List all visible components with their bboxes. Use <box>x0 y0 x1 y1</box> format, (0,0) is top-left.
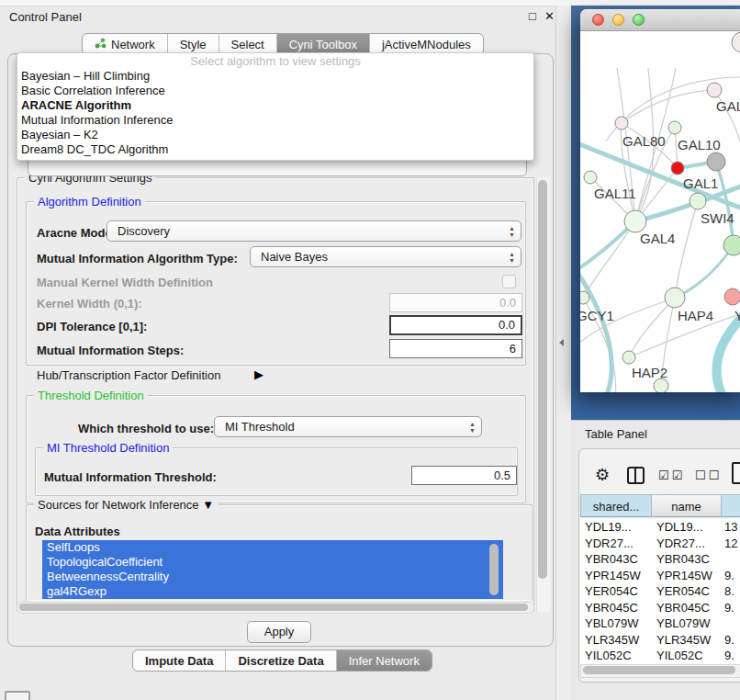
table-row[interactable]: YBR043CYBR043C <box>580 551 740 568</box>
node-swi4[interactable] <box>723 235 740 255</box>
checked-columns-icon[interactable]: ☑☑ <box>658 469 685 482</box>
attribute-item[interactable]: gal4RGexp <box>42 584 503 599</box>
splitter-collapse-icon[interactable] <box>559 339 564 346</box>
table-cell[interactable]: 8. <box>722 583 740 600</box>
table-cell[interactable]: YPR145W <box>652 568 722 584</box>
table-cell[interactable]: YER054C <box>652 583 722 600</box>
which-threshold-combo[interactable]: MI Threshold ▲▼ <box>214 416 482 437</box>
table-cell[interactable] <box>722 551 740 568</box>
tab-impute-data[interactable]: Impute Data <box>133 650 225 671</box>
table-row[interactable]: YER054CYER054C8. <box>580 583 740 600</box>
horizontal-scrollbar-thumb[interactable] <box>19 604 528 611</box>
table-row[interactable]: YDR27...YDR27...12 <box>580 536 740 552</box>
tab-style[interactable]: Style <box>167 34 219 54</box>
document-icon[interactable] <box>732 462 740 484</box>
node-hap2[interactable] <box>622 351 635 364</box>
minimized-panel-icon[interactable] <box>5 691 30 700</box>
algorithm-item[interactable]: Bayesian – Hill Climbing <box>17 69 533 84</box>
column-header-shared-name[interactable]: shared... <box>580 494 652 517</box>
attribute-item[interactable]: BetweennessCentrality <box>42 570 503 584</box>
window-zoom-icon[interactable] <box>633 14 645 26</box>
apply-button[interactable]: Apply <box>247 621 311 643</box>
table-row[interactable]: YBL079WYBL079W <box>580 615 740 632</box>
table-cell[interactable]: YDR27... <box>652 536 722 552</box>
node-hap4[interactable] <box>665 288 685 308</box>
network-canvas[interactable]: GAL GAL80 GAL10 GAL1 GAL11 SWI4 GAL4 GCY… <box>580 31 740 392</box>
column-layout-icon[interactable] <box>627 467 645 484</box>
table-cell[interactable]: 9. <box>722 568 740 584</box>
aracne-mode-combo[interactable]: Discovery ▲▼ <box>107 220 521 242</box>
algorithm-item[interactable]: Dream8 DC_TDC Algorithm <box>17 142 533 157</box>
node[interactable] <box>654 378 668 392</box>
node-gal1[interactable] <box>690 193 706 209</box>
table-row[interactable]: YLR345WYLR345W9. <box>580 632 740 649</box>
table-cell[interactable]: 13 <box>722 519 740 536</box>
table-cell[interactable]: YDL19... <box>580 519 652 536</box>
table-cell[interactable]: YBL079W <box>580 615 652 632</box>
table-cell[interactable]: YER054C <box>580 583 652 600</box>
table-cell[interactable]: YLR345W <box>580 632 652 649</box>
algorithm-item[interactable]: Basic Correlation Inference <box>17 84 533 98</box>
hub-definition-expander-label[interactable]: Hub/Transcription Factor Definition <box>37 368 220 382</box>
table-row[interactable]: YDL19...YDL19...13 <box>580 519 740 536</box>
table-cell[interactable]: 9. <box>722 632 740 649</box>
node-pink[interactable] <box>724 288 740 305</box>
tab-select[interactable]: Select <box>219 34 276 54</box>
table-row[interactable]: YBR045CYBR045C9. <box>580 600 740 616</box>
network-window-titlebar[interactable] <box>580 9 740 31</box>
tab-discretize-data[interactable]: Discretize Data <box>225 650 335 671</box>
node[interactable] <box>732 32 740 52</box>
algorithm-item-selected[interactable]: ARACNE Algorithm <box>17 98 533 113</box>
attribute-list-scrollbar-thumb[interactable] <box>489 544 499 595</box>
node-gal11[interactable] <box>584 171 597 184</box>
table-cell[interactable]: YPR145W <box>580 568 652 584</box>
table-cell[interactable]: YIL052C <box>580 648 652 664</box>
window-minimize-icon[interactable] <box>612 14 624 26</box>
table-cell[interactable]: YBR045C <box>580 600 652 616</box>
tab-jactivemnodules[interactable]: jActiveMNodules <box>369 34 483 54</box>
table-cell[interactable]: 12 <box>722 536 740 552</box>
table-cell[interactable]: YBR043C <box>580 551 652 568</box>
table-cell[interactable]: YDR27... <box>580 536 652 552</box>
kernel-width-field[interactable]: 0.0 <box>389 293 522 312</box>
table-row[interactable]: YIL052CYIL052C9. <box>580 648 740 664</box>
close-icon[interactable]: ✕ <box>544 9 555 23</box>
expander-right-icon[interactable]: ▶ <box>254 367 263 381</box>
node-gal80[interactable] <box>615 117 628 130</box>
table-hscrollbar-thumb[interactable] <box>583 666 735 674</box>
expander-down-icon[interactable]: ▼ <box>202 498 214 512</box>
table-cell[interactable]: YBR043C <box>652 551 722 568</box>
node-gal4[interactable] <box>624 210 646 232</box>
table-cell[interactable]: YBR045C <box>652 600 722 616</box>
algorithm-item[interactable]: Mutual Information Inference <box>17 113 533 128</box>
table-cell[interactable]: 9. <box>722 648 740 664</box>
panel-splitter[interactable] <box>555 6 572 700</box>
table-cell[interactable]: YLR345W <box>652 632 722 649</box>
table-cell[interactable] <box>722 615 740 632</box>
node[interactable] <box>707 83 722 97</box>
column-header-partial[interactable] <box>722 494 740 517</box>
column-header-name[interactable]: name <box>652 494 722 517</box>
dpi-tolerance-field[interactable]: 0.0 <box>389 315 522 335</box>
attribute-item[interactable]: TopologicalCoefficient <box>42 555 503 570</box>
table-cell[interactable]: 9. <box>722 600 740 616</box>
table-row[interactable]: YPR145WYPR145W9. <box>580 568 740 584</box>
tab-cyni-toolbox[interactable]: Cyni Toolbox <box>276 34 369 54</box>
table-cell[interactable]: YDL19... <box>652 519 722 536</box>
tab-infer-network[interactable]: Infer Network <box>336 650 432 671</box>
mi-threshold-field[interactable]: 0.5 <box>411 466 517 485</box>
tab-network[interactable]: Network <box>83 34 167 54</box>
node-gray[interactable] <box>707 152 725 171</box>
manual-kernel-checkbox[interactable] <box>502 275 516 288</box>
node-gal10[interactable] <box>668 121 681 134</box>
network-selector-combo-partial[interactable] <box>28 160 527 176</box>
unchecked-columns-icon[interactable]: ☐☐ <box>695 469 722 482</box>
node-gcy1[interactable] <box>580 291 589 304</box>
algorithm-item[interactable]: Bayesian – K2 <box>17 128 533 142</box>
mi-steps-field[interactable]: 6 <box>389 339 522 358</box>
attribute-item[interactable]: SelfLoops <box>42 540 503 555</box>
mi-type-combo[interactable]: Naive Bayes ▲▼ <box>250 246 521 267</box>
vertical-scrollbar-thumb[interactable] <box>538 180 547 579</box>
node-red-selected[interactable] <box>671 162 684 175</box>
table-cell[interactable]: YIL052C <box>652 648 722 664</box>
